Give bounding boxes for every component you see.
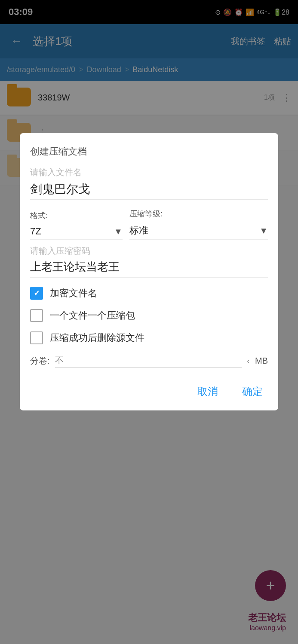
one-file-row[interactable]: 一个文件一个压缩包 — [30, 309, 268, 322]
split-arrow-icon[interactable]: ‹ — [247, 356, 250, 366]
format-group: 格式: 7Z ▼ — [30, 210, 123, 240]
encrypt-filename-row[interactable]: 加密文件名 — [30, 287, 268, 300]
level-group: 压缩等级: 标准 ▼ — [129, 209, 268, 240]
confirm-button[interactable]: 确定 — [237, 381, 268, 402]
level-dropdown-arrow: ▼ — [259, 226, 268, 236]
password-input-group: 请输入压缩密码 — [30, 245, 268, 277]
format-level-row: 格式: 7Z ▼ 压缩等级: 标准 ▼ — [30, 209, 268, 240]
level-label: 压缩等级: — [129, 209, 268, 219]
format-dropdown-arrow: ▼ — [114, 227, 123, 237]
password-input[interactable] — [30, 258, 268, 277]
password-placeholder-label: 请输入压缩密码 — [30, 245, 268, 257]
encrypt-filename-checkbox[interactable] — [30, 287, 43, 300]
level-select[interactable]: 标准 ▼ — [129, 222, 268, 240]
delete-source-row[interactable]: 压缩成功后删除源文件 — [30, 331, 268, 344]
one-file-checkbox[interactable] — [30, 309, 43, 322]
dialog-actions: 取消 确定 — [30, 376, 268, 402]
filename-input-group: 请输入文件名 — [30, 167, 268, 200]
split-input[interactable] — [55, 354, 242, 368]
cancel-button[interactable]: 取消 — [192, 381, 223, 402]
format-select[interactable]: 7Z ▼ — [30, 223, 123, 240]
delete-source-label: 压缩成功后删除源文件 — [50, 331, 144, 344]
format-label: 格式: — [30, 210, 123, 221]
filename-input[interactable] — [30, 181, 268, 200]
split-label: 分卷: — [30, 355, 50, 367]
split-volume-row: 分卷: ‹ MB — [30, 354, 268, 368]
filename-placeholder-label: 请输入文件名 — [30, 167, 268, 178]
encrypt-filename-label: 加密文件名 — [50, 287, 97, 300]
split-unit: MB — [255, 356, 268, 366]
format-value: 7Z — [30, 226, 114, 237]
delete-source-checkbox[interactable] — [30, 331, 43, 344]
dialog-title: 创建压缩文档 — [30, 145, 268, 158]
level-value: 标准 — [129, 224, 259, 237]
create-archive-dialog: 创建压缩文档 请输入文件名 格式: 7Z ▼ 压缩等级: 标准 ▼ 请输入压缩密… — [20, 133, 278, 410]
one-file-label: 一个文件一个压缩包 — [50, 309, 135, 322]
